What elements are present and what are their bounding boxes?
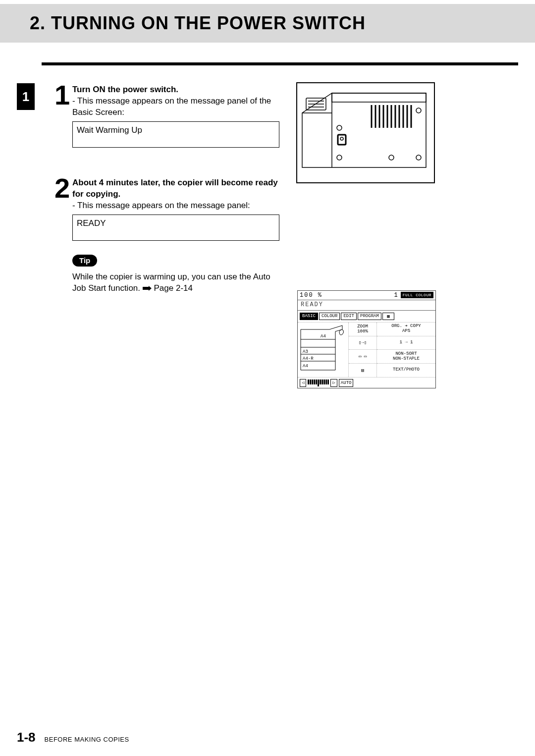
tab-extra-icon[interactable]: ▦ <box>382 313 394 320</box>
display-main-grid: A4 A3 A4-R A4 ZOOM 100% <box>298 323 435 377</box>
step-1: 1 Turn ON the power switch. - This messa… <box>54 84 515 148</box>
display-zoom-pct: 100 % <box>300 292 322 299</box>
heavy-rule <box>42 62 518 65</box>
display-bottom-bar: ◁ ▷ AUTO <box>298 377 435 388</box>
nonstaple-label: NON-STAPLE <box>393 356 420 361</box>
step-body: About 4 minutes later, the copier will b… <box>72 177 290 294</box>
zoom-cell[interactable]: ZOOM 100% <box>349 323 376 336</box>
section-number: 2. <box>30 13 46 33</box>
section-title-text: TURNING ON THE POWER SWITCH <box>51 13 366 33</box>
message-text: Wait Warming Up <box>77 125 142 135</box>
section-title: 2. TURNING ON THE POWER SWITCH <box>30 13 535 34</box>
display-top-bar: 100 % 1 FULL COLOUR <box>298 291 435 300</box>
step-desc-prefix: - <box>72 201 77 210</box>
printer-svg <box>297 83 434 182</box>
density-scale <box>308 379 329 386</box>
paper-size-a4-2: A4 <box>303 364 308 369</box>
tip-page-ref: Page 2-14 <box>154 283 193 293</box>
manual-page: 2. TURNING ON THE POWER SWITCH 1 1 Turn … <box>0 4 535 756</box>
step-desc: This message appears on the message pane… <box>72 96 271 117</box>
paper-size-a4r: A4-R <box>303 356 314 361</box>
page-footer: 1-8 BEFORE MAKING COPIES <box>17 730 129 745</box>
display-right-column: ORG. ➔ COPY APS 1 → 1 NON-SORT NON-STAPL… <box>377 323 435 377</box>
tab-colour[interactable]: COLOUR <box>319 313 340 320</box>
org-copy-label: ORG. ➔ COPY <box>391 324 421 328</box>
auto-button[interactable]: AUTO <box>339 379 354 387</box>
tip-label: Tip <box>72 255 97 267</box>
page-ref-arrow-icon <box>143 286 152 291</box>
step-title: About 4 minutes later, the copier will b… <box>72 178 278 199</box>
zoom-label: ZOOM <box>357 324 368 329</box>
full-colour-badge: FULL COLOUR <box>401 292 433 298</box>
aps-label: APS <box>402 328 410 333</box>
content-area: 1 Turn ON the power switch. - This messa… <box>54 84 515 324</box>
paper-size-a3: A3 <box>303 349 308 354</box>
duplex-icons[interactable]: ▯→▯ <box>349 336 376 350</box>
pct-sign: % <box>318 292 322 299</box>
printer-illustration <box>296 82 435 183</box>
step-body: Turn ON the power switch. - This message… <box>72 84 290 148</box>
tab-edit[interactable]: EDIT <box>341 313 357 320</box>
display-ready-text: READY <box>298 300 435 311</box>
svg-point-4 <box>416 155 421 160</box>
density-left-icon[interactable]: ◁ <box>300 379 306 387</box>
zoom-value: 100 <box>300 292 314 299</box>
svg-point-1 <box>337 155 342 160</box>
message-box: Wait Warming Up <box>72 121 279 148</box>
density-right-icon[interactable]: ▷ <box>330 379 337 387</box>
svg-point-2 <box>389 155 394 160</box>
message-box: READY <box>72 215 279 241</box>
sort-cell[interactable]: NON-SORT NON-STAPLE <box>377 350 435 364</box>
page-number: 1-8 <box>17 730 36 745</box>
svg-point-3 <box>416 108 421 113</box>
org-copy-cell[interactable]: ORG. ➔ COPY APS <box>377 323 435 336</box>
step-number: 1 <box>54 81 70 109</box>
tab-basic[interactable]: BASIC <box>300 313 318 320</box>
paper-tray-diagram: A4 A3 A4-R A4 <box>298 323 348 377</box>
ratio-cell[interactable]: 1 → 1 <box>377 336 435 350</box>
step-2: 2 About 4 minutes later, the copier will… <box>54 177 515 294</box>
textphoto-cell[interactable]: TEXT/PHOTO <box>377 364 435 377</box>
step-number: 2 <box>54 174 70 202</box>
tip-text: While the copier is warming up, you can … <box>72 271 285 294</box>
chapter-tab: 1 <box>17 83 35 110</box>
display-tabs: BASIC COLOUR EDIT PROGRAM ▦ <box>298 311 435 323</box>
svg-point-0 <box>337 125 342 130</box>
display-mid-column: ZOOM 100% ▯→▯ ▭ ▭ ▤ <box>348 323 377 377</box>
step-title: Turn ON the power switch. <box>72 85 178 94</box>
message-text: READY <box>77 218 106 228</box>
step-desc: This message appears on the message pane… <box>77 201 250 210</box>
tab-program[interactable]: PROGRAM <box>358 313 381 320</box>
step-desc-prefix: - <box>72 96 77 106</box>
copier-display-panel: 100 % 1 FULL COLOUR READY BASIC COLOUR E… <box>297 290 436 388</box>
svg-marker-22 <box>143 286 152 291</box>
svg-rect-20 <box>338 135 346 145</box>
header-band: 2. TURNING ON THE POWER SWITCH <box>0 4 535 43</box>
svg-point-21 <box>340 137 343 140</box>
paper-size-a4: A4 <box>321 334 326 339</box>
nonsort-label: NON-SORT <box>395 351 417 356</box>
footer-section-name: BEFORE MAKING COPIES <box>45 736 129 743</box>
zoom-value-100: 100% <box>357 329 368 334</box>
orig-icon[interactable]: ▤ <box>349 364 376 377</box>
display-qty: 1 <box>394 292 397 299</box>
finish-icons[interactable]: ▭ ▭ <box>349 350 376 364</box>
